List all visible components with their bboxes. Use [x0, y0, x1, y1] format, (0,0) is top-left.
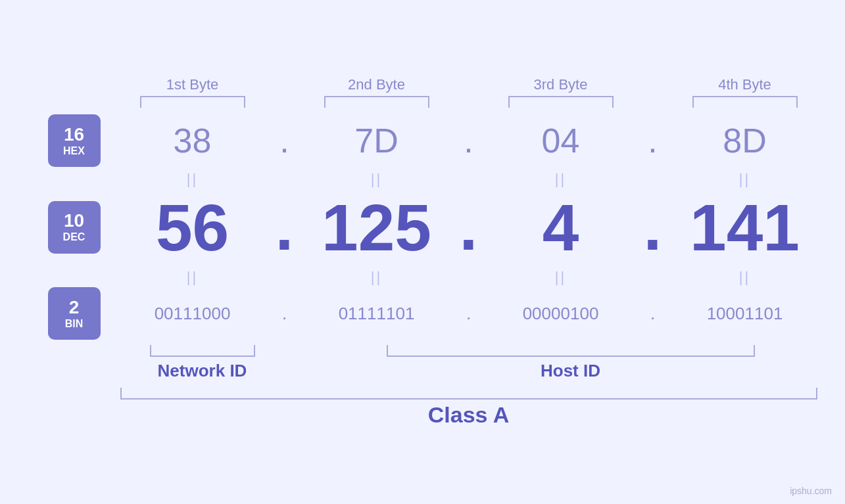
host-id-label: Host ID [541, 361, 600, 381]
eq1-b4-sign: || [739, 171, 750, 188]
eq1-b2-sign: || [371, 171, 382, 188]
eq2-b2: || [304, 269, 449, 286]
bin-dot3-cell: . [633, 304, 673, 324]
hex-dot1-cell: . [265, 121, 304, 160]
bin-dot2: . [466, 304, 471, 324]
bin-dot3: . [650, 304, 655, 324]
bracket-row-top [28, 96, 817, 108]
bin-b2-cell: 01111101 [304, 304, 449, 324]
bin-dot1: . [282, 304, 287, 324]
hex-b2: 7D [354, 121, 398, 160]
class-label-cell: Class A [120, 402, 817, 428]
bin-badge-number: 2 [69, 298, 80, 318]
bracket-bottom-network [120, 345, 285, 357]
eq1-b2: || [304, 171, 449, 188]
dec-dot1-cell: . [265, 189, 304, 265]
watermark: ipshu.com [790, 486, 832, 496]
eq1-b4: || [673, 171, 817, 188]
hex-dot3-cell: . [633, 121, 673, 160]
hex-dot1: . [279, 121, 289, 160]
byte4-label: 4th Byte [718, 76, 771, 93]
dec-b4-cell: 141 [673, 195, 817, 260]
byte4-label-group: 4th Byte [673, 76, 817, 93]
dec-badge-cell: 10 DEC [28, 201, 120, 254]
eq1-b3: || [489, 171, 633, 188]
hex-row: 16 HEX 38 . 7D . 04 . 8D [28, 114, 817, 167]
byte-labels-row: 1st Byte 2nd Byte 3rd Byte 4th Byte [28, 76, 817, 93]
dec-b2-cell: 125 [304, 195, 449, 260]
dec-dot3-cell: . [633, 189, 673, 265]
bin-row: 2 BIN 00111000 . 01111101 . 00000100 . 1… [28, 287, 817, 340]
bin-dot2-cell: . [449, 304, 489, 324]
hex-dot3: . [648, 121, 657, 160]
bin-b1-cell: 00111000 [120, 304, 265, 324]
eq1-b1-sign: || [187, 171, 198, 188]
dec-dot2: . [460, 189, 478, 265]
eq1-b3-sign: || [555, 171, 566, 188]
hex-badge-number: 16 [64, 125, 84, 145]
hex-b2-cell: 7D [304, 121, 449, 160]
eq2-b3-sign: || [555, 269, 566, 286]
dec-b4: 141 [690, 195, 800, 260]
network-bracket [150, 345, 255, 357]
dec-b1-cell: 56 [120, 195, 265, 260]
class-bracket [120, 388, 817, 400]
bin-dot1-cell: . [265, 304, 304, 324]
dec-dot3: . [644, 189, 662, 265]
bin-b3-cell: 00000100 [489, 304, 633, 324]
eq1-b1: || [120, 171, 265, 188]
class-bracket-row [28, 388, 817, 400]
host-id-cell: Host ID [324, 361, 817, 381]
eq2-b3: || [489, 269, 633, 286]
eq2-b2-sign: || [371, 269, 382, 286]
bin-badge-text: BIN [65, 318, 84, 330]
bracket-row-bottom [28, 345, 817, 357]
bin-b3: 00000100 [523, 304, 599, 324]
bin-badge: 2 BIN [48, 287, 101, 340]
bracket-top-1 [120, 96, 265, 108]
dec-b1: 56 [156, 195, 229, 260]
bracket-top-4 [673, 96, 817, 108]
hex-b4-cell: 8D [673, 121, 817, 160]
bin-b1: 00111000 [155, 304, 231, 324]
dec-dot1: . [276, 189, 294, 265]
equals-row-1: || || || || [28, 171, 817, 188]
eq2-b1-sign: || [187, 269, 198, 286]
bin-badge-cell: 2 BIN [28, 287, 120, 340]
hex-b1-cell: 38 [120, 121, 265, 160]
host-bracket [387, 345, 755, 357]
dec-b3-cell: 4 [489, 195, 633, 260]
hex-b3: 04 [542, 121, 580, 160]
eq2-b4: || [673, 269, 817, 286]
dec-b3: 4 [543, 195, 579, 260]
bin-b2: 01111101 [339, 304, 415, 324]
id-labels-row: Network ID Host ID [28, 361, 817, 381]
class-a-label: Class A [428, 402, 509, 428]
byte1-label-group: 1st Byte [120, 76, 265, 93]
hex-badge: 16 HEX [48, 114, 101, 167]
bracket-bottom-host-area [324, 345, 817, 357]
dec-b2: 125 [322, 195, 431, 260]
network-id-cell: Network ID [120, 361, 285, 381]
dec-badge-number: 10 [64, 211, 84, 231]
bracket-top-3 [489, 96, 633, 108]
network-id-label: Network ID [158, 361, 247, 381]
bin-b4: 10001101 [707, 304, 783, 324]
eq2-b1: || [120, 269, 265, 286]
class-label-row: Class A [28, 402, 817, 428]
hex-b4: 8D [723, 121, 766, 160]
byte3-label-group: 3rd Byte [489, 76, 633, 93]
hex-badge-cell: 16 HEX [28, 114, 120, 167]
eq2-b4-sign: || [739, 269, 750, 286]
hex-dot2: . [464, 121, 473, 160]
dec-dot2-cell: . [449, 189, 489, 265]
bracket-top-2 [304, 96, 449, 108]
main-container: 1st Byte 2nd Byte 3rd Byte 4th Byte [0, 0, 845, 504]
bin-b4-cell: 10001101 [673, 304, 817, 324]
equals-row-2: || || || || [28, 269, 817, 286]
dec-badge-text: DEC [63, 231, 85, 243]
hex-badge-text: HEX [63, 145, 85, 157]
byte1-label: 1st Byte [166, 76, 218, 93]
byte2-label: 2nd Byte [348, 76, 405, 93]
hex-b1: 38 [174, 121, 212, 160]
